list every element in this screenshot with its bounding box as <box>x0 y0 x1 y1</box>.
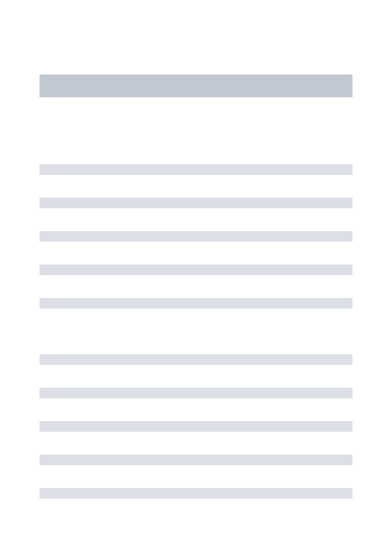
text-placeholder-line <box>40 488 352 499</box>
header-placeholder-bar <box>40 74 352 97</box>
text-placeholder-line <box>40 265 352 275</box>
text-placeholder-line <box>40 198 352 208</box>
text-placeholder-line <box>40 164 352 175</box>
section-gap <box>40 331 352 354</box>
text-placeholder-line <box>40 388 352 398</box>
text-placeholder-line <box>40 298 352 309</box>
text-placeholder-line <box>40 455 352 465</box>
text-placeholder-line <box>40 354 352 365</box>
text-placeholder-line <box>40 231 352 242</box>
text-placeholder-line <box>40 421 352 432</box>
